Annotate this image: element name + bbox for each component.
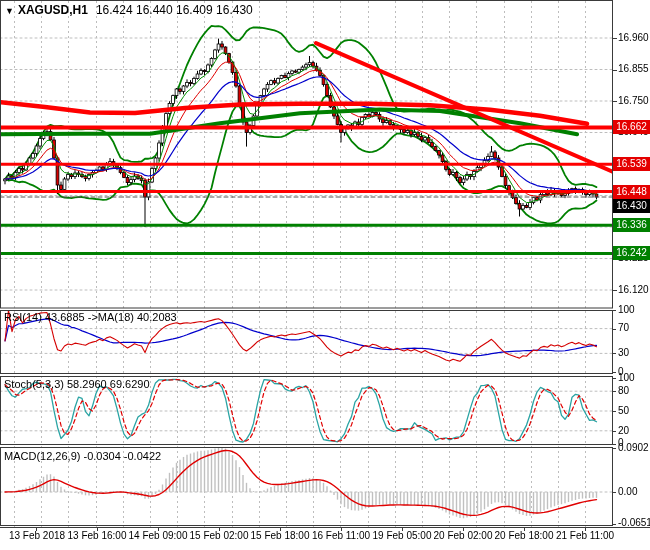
price-tick-label: 16.120 xyxy=(618,284,649,296)
stoch-scale-label: 100 xyxy=(618,372,635,384)
stoch-scale-label: 20 xyxy=(618,425,629,437)
stoch-indicator-label: Stoch(5,3,3) 58.2960 69.6290 xyxy=(4,378,150,390)
macd-scale-label: -0.0651 xyxy=(618,517,650,529)
symbol-label: XAGUSD,H1 xyxy=(18,3,88,17)
level-badge-resistance: 16.662 xyxy=(613,120,650,134)
level-badge-resistance: 16.539 xyxy=(613,157,650,171)
level-badge-resistance: 16.448 xyxy=(613,185,650,199)
trading-chart-window: ▼XAGUSD,H116.424 16.440 16.409 16.430 RS… xyxy=(0,0,650,550)
level-badge-support: 16.242 xyxy=(613,246,650,260)
macd-scale-label: 0.0902 xyxy=(618,442,649,454)
price-chart-canvas[interactable] xyxy=(0,0,650,550)
rsi-indicator-label: RSI(14) 43.6885 ->MA(18) 40.2083 xyxy=(4,311,177,323)
rsi-scale-label: 100 xyxy=(618,304,635,316)
current-price-badge: 16.430 xyxy=(613,199,650,213)
price-tick-label: 16.855 xyxy=(618,63,649,75)
chart-title: ▼XAGUSD,H116.424 16.440 16.409 16.430 xyxy=(5,3,253,17)
quote-ohlc-label: 16.424 16.440 16.409 16.430 xyxy=(96,3,253,17)
macd-indicator-label: MACD(12,26,9) -0.0304 -0.0422 xyxy=(4,450,161,462)
chevron-down-icon: ▼ xyxy=(5,6,14,16)
price-tick-label: 16.750 xyxy=(618,95,649,107)
stoch-scale-label: 50 xyxy=(618,405,629,417)
price-tick-label: 16.960 xyxy=(618,32,649,44)
stoch-scale-label: 80 xyxy=(618,385,629,397)
level-badge-support: 16.336 xyxy=(613,218,650,232)
rsi-scale-label: 70 xyxy=(618,322,629,334)
rsi-scale-label: 30 xyxy=(618,347,629,359)
macd-scale-label: 0.00 xyxy=(618,486,637,498)
time-axis-label: 21 Feb 11:00 xyxy=(549,530,621,541)
